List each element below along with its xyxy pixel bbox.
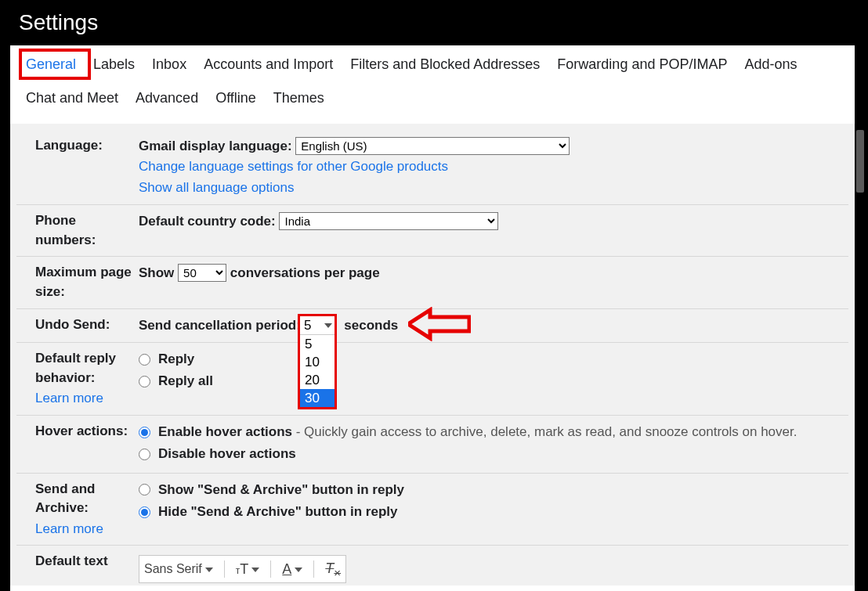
- divider: [313, 560, 314, 578]
- section-phone: Phone numbers: Default country code: Ind…: [16, 205, 848, 257]
- radio-disable-hover[interactable]: [139, 449, 150, 460]
- annotation-undo-dropdown: 5 5 10 20 30: [298, 314, 337, 409]
- seconds-suffix: seconds: [344, 318, 398, 333]
- divider: [224, 560, 225, 578]
- tab-forwarding[interactable]: Forwarding and POP/IMAP: [557, 56, 727, 73]
- text-toolbar: Sans Serif тT A T×: [139, 555, 346, 583]
- show-label: Show: [139, 265, 174, 280]
- label-pagesize: Maximum page size:: [16, 263, 139, 301]
- dropdown-option-30[interactable]: 30: [300, 389, 335, 407]
- radio-reply[interactable]: [139, 354, 150, 366]
- conversations-suffix: conversations per page: [230, 265, 380, 280]
- section-default-text: Default text Sans Serif тT A T×: [16, 546, 848, 589]
- label-send-archive: Send and Archive:: [35, 481, 96, 516]
- tabs-row: General Labels Inbox Accounts and Import…: [10, 45, 855, 124]
- select-language[interactable]: English (US): [295, 137, 570, 155]
- label-default-text: Default text: [16, 552, 139, 583]
- font-selector[interactable]: Sans Serif: [144, 560, 213, 579]
- tab-labels[interactable]: Labels: [93, 56, 135, 73]
- scrollbar-thumb[interactable]: [856, 130, 864, 193]
- settings-body: Language: Gmail display language: Englis…: [10, 124, 855, 586]
- label-undo: Undo Send:: [16, 315, 139, 336]
- tab-themes[interactable]: Themes: [273, 90, 324, 106]
- section-pagesize: Maximum page size: Show 50 conversations…: [16, 257, 848, 308]
- tab-general[interactable]: General: [26, 56, 76, 73]
- radio-enable-hover[interactable]: [139, 427, 150, 438]
- label-language: Language:: [16, 136, 139, 198]
- cancellation-label: Send cancellation period:: [139, 318, 301, 333]
- display-language-label: Gmail display language:: [139, 139, 292, 153]
- divider: [270, 560, 271, 578]
- clear-format-icon[interactable]: T×: [325, 558, 341, 582]
- opt-reply: Reply: [158, 349, 194, 369]
- tab-advanced[interactable]: Advanced: [136, 90, 198, 106]
- section-default-reply: Default reply behavior: Learn more Reply…: [16, 343, 848, 416]
- select-pagesize[interactable]: 50: [178, 264, 226, 282]
- opt-disable-hover: Disable hover actions: [158, 444, 296, 464]
- text-color-icon[interactable]: A: [282, 559, 302, 581]
- label-hover: Hover actions:: [16, 422, 139, 467]
- text-size-icon[interactable]: тT: [236, 559, 260, 581]
- page-title: Settings: [19, 10, 98, 35]
- link-learn-sendarchive[interactable]: Learn more: [35, 520, 139, 539]
- tab-chat[interactable]: Chat and Meet: [26, 90, 118, 106]
- chevron-down-icon: [205, 568, 213, 572]
- link-change-language[interactable]: Change language settings for other Googl…: [139, 159, 448, 174]
- radio-show-sendarchive[interactable]: [139, 484, 150, 496]
- chevron-down-icon: [251, 568, 259, 572]
- link-learn-reply[interactable]: Learn more: [35, 389, 139, 409]
- opt-reply-all: Reply all: [158, 371, 213, 391]
- title-bar: Settings: [0, 0, 868, 45]
- radio-reply-all[interactable]: [139, 376, 150, 387]
- label-phone: Phone numbers:: [16, 211, 139, 250]
- chevron-down-icon: [295, 568, 302, 572]
- dropdown-option-10[interactable]: 10: [300, 353, 335, 371]
- dropdown-value: 5: [304, 318, 311, 333]
- label-reply: Default reply behavior:: [35, 351, 116, 385]
- dropdown-selected[interactable]: 5: [300, 316, 335, 335]
- tab-offline[interactable]: Offline: [215, 90, 256, 106]
- content-area: General Labels Inbox Accounts and Import…: [10, 45, 855, 591]
- link-show-all-language[interactable]: Show all language options: [139, 180, 294, 195]
- chevron-down-icon: [324, 323, 332, 328]
- opt-show-sendarchive: Show "Send & Archive" button in reply: [158, 480, 404, 500]
- section-send-archive: Send and Archive: Learn more Show "Send …: [16, 474, 848, 546]
- dropdown-option-20[interactable]: 20: [300, 371, 335, 389]
- section-hover: Hover actions: Enable hover actions - Qu…: [16, 416, 848, 474]
- select-country-code[interactable]: India: [279, 212, 498, 230]
- section-undo-send: Undo Send: Send cancellation period: 5 s…: [16, 309, 848, 343]
- tab-accounts[interactable]: Accounts and Import: [204, 56, 333, 73]
- tab-addons[interactable]: Add-ons: [744, 56, 797, 73]
- hover-desc: - Quickly gain access to archive, delete…: [292, 424, 797, 439]
- radio-hide-sendarchive[interactable]: [139, 506, 150, 518]
- dropdown-option-5[interactable]: 5: [300, 335, 335, 353]
- country-code-label: Default country code:: [139, 214, 276, 229]
- opt-hide-sendarchive: Hide "Send & Archive" button in reply: [158, 502, 397, 522]
- tab-inbox[interactable]: Inbox: [152, 56, 186, 73]
- tab-filters[interactable]: Filters and Blocked Addresses: [350, 56, 540, 73]
- section-language: Language: Gmail display language: Englis…: [16, 130, 848, 205]
- opt-enable-hover: Enable hover actions: [158, 424, 292, 439]
